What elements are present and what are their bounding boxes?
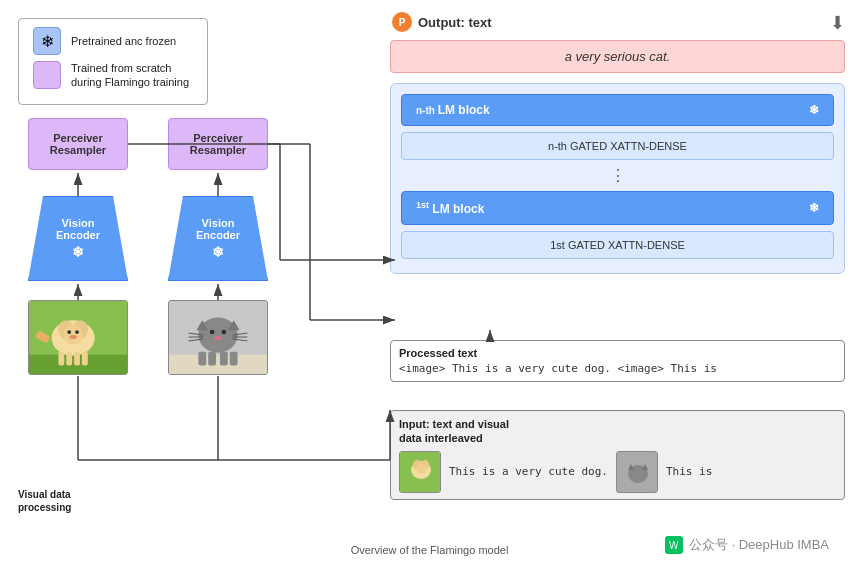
svg-rect-29: [208, 352, 216, 366]
svg-point-5: [63, 325, 83, 345]
svg-point-8: [69, 335, 77, 339]
input-text-2: This is: [666, 465, 712, 478]
svg-point-20: [221, 330, 226, 335]
svg-rect-12: [82, 352, 88, 366]
svg-point-16: [198, 317, 237, 352]
processed-text-content: <image> This is a very cute dog. <image>…: [399, 362, 836, 375]
visual-data-label: Visual data processing: [18, 488, 88, 514]
vision-encoder-2-container: VisionEncoder ❄: [168, 196, 268, 281]
right-area: P Output: text a very serious cat. n-th …: [390, 12, 845, 274]
processed-text-area: Processed text <image> This is a very cu…: [390, 340, 845, 382]
svg-rect-15: [169, 355, 267, 375]
svg-point-36: [416, 464, 426, 474]
main-container: ⬇ ❄ Pretrained anc frozen Trained from s…: [0, 0, 859, 564]
svg-point-19: [210, 330, 215, 335]
dots-row: ⋮: [401, 166, 834, 185]
xattn-block-1st: 1st GATED XATTN-DENSE: [401, 231, 834, 259]
legend-item-frozen: ❄ Pretrained anc frozen: [33, 27, 193, 55]
perceiver-resampler-1: Perceiver Resampler: [28, 118, 128, 170]
input-thumbnail-cat: [616, 451, 658, 493]
input-area: Input: text and visualdata interleaved T…: [390, 410, 845, 500]
input-text-1: This is a very cute dog.: [449, 465, 608, 478]
xattn-block-nth: n-th GATED XATTN-DENSE: [401, 132, 834, 160]
snowflake-vision2: ❄: [212, 244, 224, 260]
svg-rect-10: [66, 352, 72, 366]
frozen-label: Pretrained anc frozen: [71, 34, 176, 48]
vision-encoder-1-container: VisionEncoder ❄: [28, 196, 128, 281]
input-content: This is a very cute dog. This is: [399, 451, 836, 493]
svg-rect-11: [74, 352, 80, 366]
frozen-icon: ❄: [33, 27, 61, 55]
snowflake-lm-1st: ❄: [809, 201, 819, 215]
dog-svg: [29, 300, 127, 375]
lm-block-nth: n-th LM block ❄: [401, 94, 834, 126]
snowflake-icon: ❄: [41, 32, 54, 51]
cat-svg: [169, 300, 267, 375]
cat-image: [168, 300, 268, 375]
input-thumbnail-dog: [399, 451, 441, 493]
trained-icon: [33, 61, 61, 89]
output-icon: P: [392, 12, 412, 32]
trained-label: Trained from scratchduring Flamingo trai…: [71, 61, 189, 90]
input-label: Input: text and visualdata interleaved: [399, 417, 836, 446]
vision-encoder-2: VisionEncoder ❄: [168, 196, 268, 281]
snowflake-lm-nth: ❄: [809, 103, 819, 117]
wechat-icon: W: [665, 536, 683, 554]
perceiver-row: Perceiver Resampler Perceiver Resampler: [28, 118, 268, 170]
vision-encoder-1: VisionEncoder ❄: [28, 196, 128, 281]
vision-row: VisionEncoder ❄ VisionEncoder ❄: [28, 196, 268, 281]
svg-point-7: [75, 330, 79, 334]
legend-box: ❄ Pretrained anc frozen Trained from scr…: [18, 18, 208, 105]
images-row: [28, 300, 268, 375]
svg-rect-31: [230, 352, 238, 366]
svg-point-6: [67, 330, 71, 334]
output-text: Output: text: [418, 15, 492, 30]
perceiver-resampler-2: Perceiver Resampler: [168, 118, 268, 170]
watermark-text: 公众号 · DeepHub IMBA: [689, 536, 829, 554]
svg-rect-28: [198, 352, 206, 366]
svg-point-21: [214, 336, 222, 340]
output-result: a very serious cat.: [390, 40, 845, 73]
arch-blocks: n-th LM block ❄ n-th GATED XATTN-DENSE ⋮…: [390, 83, 845, 274]
svg-rect-30: [220, 352, 228, 366]
lm-block-1st: 1st LM block ❄: [401, 191, 834, 225]
watermark: W 公众号 · DeepHub IMBA: [665, 536, 829, 554]
snowflake-vision1: ❄: [72, 244, 84, 260]
svg-rect-9: [58, 352, 64, 366]
dog-image: [28, 300, 128, 375]
processed-text-label: Processed text: [399, 347, 836, 359]
caption: Overview of the Flamingo model: [351, 544, 509, 556]
legend-item-trained: Trained from scratchduring Flamingo trai…: [33, 61, 193, 90]
output-badge: P Output: text: [392, 12, 845, 32]
